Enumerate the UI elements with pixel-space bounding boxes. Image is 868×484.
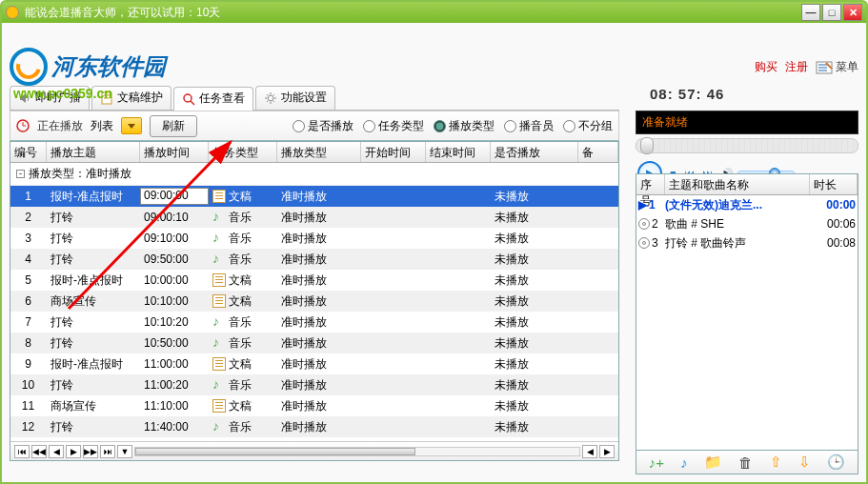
col-index[interactable]: 编号 bbox=[10, 142, 47, 162]
nav-filter[interactable]: ▼ bbox=[117, 445, 132, 458]
disc-icon bbox=[638, 218, 650, 230]
tab-label: 功能设置 bbox=[281, 90, 327, 106]
collapse-icon[interactable]: - bbox=[16, 170, 25, 178]
tab-label: 文稿维护 bbox=[117, 90, 163, 106]
radio-announcer[interactable]: 播音员 bbox=[504, 118, 554, 134]
buy-link[interactable]: 购买 bbox=[755, 59, 777, 75]
add-music-icon[interactable]: ♪+ bbox=[649, 454, 664, 471]
playlist-row[interactable]: 2歌曲 # SHE00:06 bbox=[636, 214, 858, 233]
col-remark[interactable]: 备 bbox=[578, 142, 618, 162]
maximize-button[interactable]: □ bbox=[822, 4, 841, 21]
col-endtime[interactable]: 结束时间 bbox=[426, 142, 491, 162]
nav-scroll-left[interactable]: ◀ bbox=[582, 445, 597, 458]
refresh-button[interactable]: 刷新 bbox=[150, 115, 197, 137]
window-title: 能说会道播音大师，还可以试用：10天 bbox=[25, 5, 801, 21]
table-row[interactable]: 6商场宣传10:10:00文稿准时播放未播放 bbox=[10, 291, 618, 312]
nav-next[interactable]: ▶ bbox=[66, 445, 81, 458]
tab-label: 任务查看 bbox=[199, 91, 245, 107]
table-row[interactable]: 9报时-准点报时11:00:00文稿准时播放未播放 bbox=[10, 353, 618, 374]
tab-instant[interactable]: 即时广播 bbox=[10, 86, 90, 110]
search-icon bbox=[182, 92, 195, 106]
radio-input-playtype[interactable] bbox=[434, 120, 446, 132]
table-navigator: ⏮ ◀◀ ◀ ▶ ▶▶ ⏭ ▼ ◀ ▶ bbox=[10, 441, 618, 460]
radio-playtype[interactable]: 播放类型 bbox=[434, 118, 495, 134]
move-up-icon[interactable]: ⇧ bbox=[770, 454, 782, 471]
music-icon: ♪ bbox=[212, 378, 226, 392]
seek-knob[interactable] bbox=[640, 137, 654, 154]
col-time[interactable]: 播放时间 bbox=[140, 142, 209, 162]
play-indicator-icon: ▶ bbox=[638, 198, 647, 212]
minimize-button[interactable]: — bbox=[801, 4, 820, 21]
gear-icon bbox=[264, 91, 277, 105]
nav-scroll-right[interactable]: ▶ bbox=[599, 445, 615, 458]
playlist-row[interactable]: ▶1(文件无效)迪克兰...00:00 bbox=[636, 195, 858, 214]
music-icon: ♪ bbox=[212, 315, 226, 329]
seek-bar[interactable] bbox=[636, 138, 858, 153]
menu-button[interactable]: 菜单 bbox=[816, 59, 858, 75]
nav-next-page[interactable]: ▶▶ bbox=[83, 445, 98, 458]
table-group-label: 播放类型：准时播放 bbox=[29, 166, 131, 182]
playlist-row[interactable]: 3打铃 # 歌曲铃声00:08 bbox=[636, 233, 858, 252]
notepad-icon bbox=[816, 61, 833, 74]
move-down-icon[interactable]: ⇩ bbox=[798, 454, 811, 471]
register-link[interactable]: 注册 bbox=[785, 59, 808, 75]
add-folder-icon[interactable]: 📁 bbox=[704, 454, 722, 471]
table-row[interactable]: 8打铃10:50:00♪音乐准时播放未播放 bbox=[10, 333, 618, 353]
list-dropdown[interactable] bbox=[121, 117, 142, 134]
pl-col-name[interactable]: 主题和歌曲名称 bbox=[665, 174, 810, 194]
playlist-header: 序号 主题和歌曲名称 时长 bbox=[636, 174, 858, 195]
table-body[interactable]: 1报时-准点报时09:00:00文稿准时播放未播放2打铃09:00:10♪音乐准… bbox=[10, 186, 618, 445]
pl-col-duration[interactable]: 时长 bbox=[810, 174, 858, 194]
nav-prev-page[interactable]: ◀◀ bbox=[31, 445, 47, 458]
table-row[interactable]: 4打铃09:50:00♪音乐准时播放未播放 bbox=[10, 249, 618, 270]
top-bar: 购买 注册 菜单 bbox=[755, 59, 858, 75]
table-row[interactable]: 7打铃10:10:20♪音乐准时播放未播放 bbox=[10, 312, 618, 333]
radio-input-nogroup[interactable] bbox=[563, 120, 575, 132]
schedule-icon[interactable]: 🕒 bbox=[827, 454, 845, 471]
clock-display: 08: 57: 46 bbox=[650, 86, 724, 102]
col-isplay[interactable]: 是否播放 bbox=[491, 142, 578, 162]
nav-prev[interactable]: ◀ bbox=[49, 445, 64, 458]
radio-input-announcer[interactable] bbox=[504, 120, 516, 132]
app-icon bbox=[6, 6, 19, 19]
music-icon: ♪ bbox=[212, 336, 226, 350]
table-row[interactable]: 3打铃09:10:00♪音乐准时播放未播放 bbox=[10, 228, 618, 249]
table-row[interactable]: 5报时-准点报时10:00:00文稿准时播放未播放 bbox=[10, 270, 618, 291]
tab-docs[interactable]: 文稿维护 bbox=[91, 86, 172, 110]
radio-input-tasktype[interactable] bbox=[363, 120, 375, 132]
table-group-row[interactable]: - 播放类型：准时播放 bbox=[10, 163, 618, 186]
pl-col-index[interactable]: 序号 bbox=[636, 174, 665, 194]
speaker-icon bbox=[18, 91, 31, 105]
playlist-body[interactable]: ▶1(文件无效)迪克兰...00:002歌曲 # SHE00:063打铃 # 歌… bbox=[636, 195, 858, 252]
table-row[interactable]: 2打铃09:00:10♪音乐准时播放未播放 bbox=[10, 207, 618, 228]
tab-tasks[interactable]: 任务查看 bbox=[173, 87, 253, 111]
nav-first[interactable]: ⏮ bbox=[14, 445, 30, 458]
radio-nogroup[interactable]: 不分组 bbox=[563, 118, 613, 134]
radio-tasktype[interactable]: 任务类型 bbox=[363, 118, 424, 134]
table-row[interactable]: 11商场宣传11:10:00文稿准时播放未播放 bbox=[10, 395, 618, 416]
music-icon: ♪ bbox=[212, 232, 226, 245]
svg-point-9 bbox=[268, 95, 273, 101]
music-icon: ♪ bbox=[212, 211, 226, 224]
close-button[interactable]: ✕ bbox=[843, 4, 862, 21]
music-icon: ♪ bbox=[212, 252, 226, 266]
doc-icon bbox=[212, 294, 226, 308]
delete-icon[interactable]: 🗑 bbox=[738, 454, 753, 471]
radio-input-isplay[interactable] bbox=[293, 120, 305, 132]
col-tasktype[interactable]: 任务类型 bbox=[209, 142, 277, 162]
col-starttime[interactable]: 开始时间 bbox=[361, 142, 426, 162]
nav-last[interactable]: ⏭ bbox=[100, 445, 115, 458]
tab-settings[interactable]: 功能设置 bbox=[255, 86, 335, 110]
horizontal-scrollbar[interactable] bbox=[134, 447, 580, 456]
col-subject[interactable]: 播放主题 bbox=[47, 142, 140, 162]
col-playtype[interactable]: 播放类型 bbox=[277, 142, 361, 162]
clock-icon bbox=[16, 119, 30, 132]
table-row[interactable]: 12打铃11:40:00♪音乐准时播放未播放 bbox=[10, 416, 618, 437]
table-row[interactable]: 10打铃11:00:20♪音乐准时播放未播放 bbox=[10, 374, 618, 395]
add-doc-icon[interactable]: ♪ bbox=[680, 454, 688, 471]
radio-isplay[interactable]: 是否播放 bbox=[293, 118, 353, 134]
table-header: 编号 播放主题 播放时间 任务类型 播放类型 开始时间 结束时间 是否播放 备 bbox=[10, 142, 618, 163]
table-row[interactable]: 1报时-准点报时09:00:00文稿准时播放未播放 bbox=[10, 186, 618, 207]
player-status: 准备就绪 bbox=[636, 111, 858, 134]
music-icon: ♪ bbox=[212, 420, 226, 434]
